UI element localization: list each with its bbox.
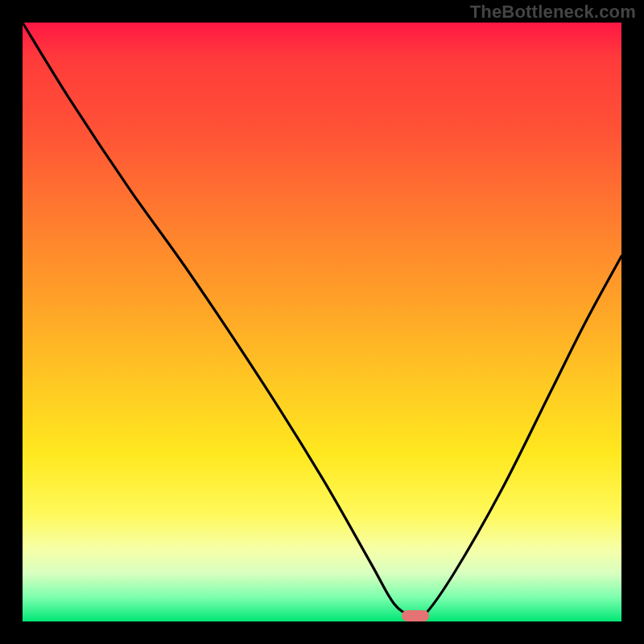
chart-frame: TheBottleneck.com	[0, 0, 644, 644]
minimum-marker	[402, 610, 429, 621]
watermark-text: TheBottleneck.com	[470, 2, 636, 23]
bottleneck-curve	[23, 23, 621, 621]
plot-area	[23, 23, 621, 621]
